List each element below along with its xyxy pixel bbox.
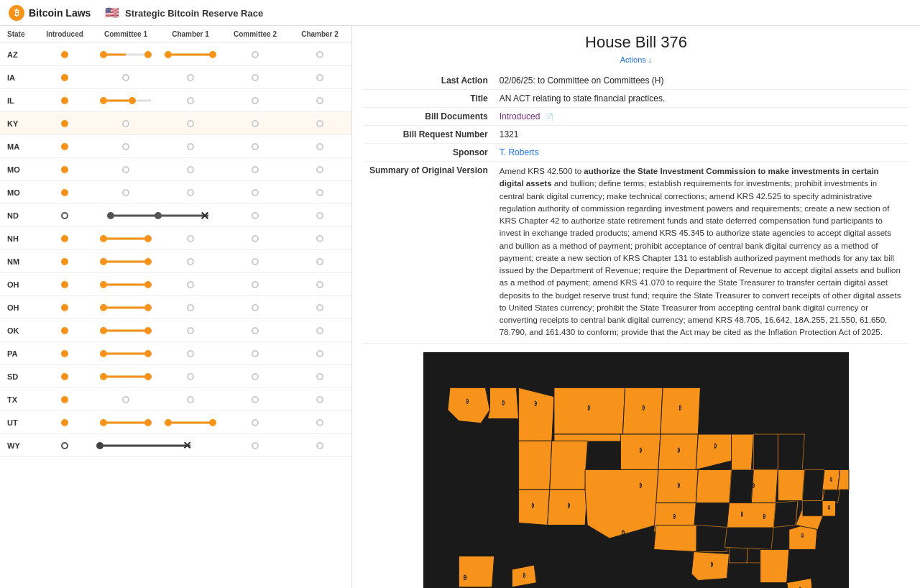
chamber1-cell [158, 74, 223, 81]
documents-cell: Introduced 📄 [494, 108, 908, 126]
table-row: WY ✕ ₿ [0, 434, 351, 457]
committee2-cell [223, 120, 288, 127]
col-state: State [0, 29, 36, 40]
state-label: WY [0, 441, 36, 450]
flag-icon: 🇺🇸 [105, 6, 119, 19]
chamber2-cell [288, 120, 352, 127]
svg-marker-24 [732, 434, 754, 469]
svg-text:₿: ₿ [829, 476, 832, 481]
summary-row: Summary of Original Version Amend KRS 42… [364, 162, 908, 344]
chamber2-cell [288, 51, 352, 58]
svg-marker-26 [730, 469, 754, 502]
svg-marker-29 [753, 434, 778, 469]
table-row: ND ✕ ₿ [0, 204, 351, 227]
right-panel: House Bill 376 Actions ↓ Last Action 02/… [352, 26, 920, 588]
table-row: MO ₿ [0, 181, 351, 204]
request-label: Bill Request Number [364, 126, 494, 144]
documents-row: Bill Documents Introduced 📄 [364, 108, 908, 126]
table-row: IA ₿ [0, 66, 351, 89]
chamber1-cell [158, 50, 223, 60]
table-row: OK ₿ [0, 319, 351, 342]
map-container: ₿ ₿ ₿ ₿ ₿ ₿ ₿ ₿ ₿ ₿ ₿ ₿ ₿ ₿ ₿ ₿ ₿ ₿ ₿ ₿ [364, 352, 908, 589]
table-row: NM ₿ [0, 250, 351, 273]
summary-cell: Amend KRS 42.500 to authorize the State … [494, 162, 908, 344]
table-row: UT ₿ [0, 411, 351, 434]
actions-link-container: Actions ↓ [364, 55, 908, 65]
title-label: Title [364, 90, 494, 108]
svg-marker-9 [550, 441, 587, 490]
svg-text:₿: ₿ [811, 508, 814, 513]
introduced-link[interactable]: Introduced [500, 111, 540, 121]
summary-text-after: and bullion; define terms; establish req… [500, 179, 901, 336]
introduced-cell [36, 97, 93, 104]
table-row: AZ [0, 43, 351, 66]
committee2-cell [223, 74, 288, 81]
table-row: SD ₿ [0, 365, 351, 388]
col-committee2: Committee 2 [223, 29, 288, 40]
svg-text:₿: ₿ [534, 400, 537, 406]
svg-marker-8 [519, 441, 552, 490]
col-committee1: Committee 1 [93, 29, 158, 40]
bitcoin-icon: ₿ [9, 5, 24, 21]
last-action-label: Last Action [364, 72, 494, 90]
svg-marker-39 [802, 469, 824, 500]
chamber1-cell [158, 120, 223, 127]
col-introduced: Introduced [36, 29, 93, 40]
state-label: OH [0, 280, 36, 289]
state-label: UT [0, 418, 36, 427]
app-logo: ₿ Bitcoin Laws [9, 5, 91, 21]
committee1-cell [93, 96, 158, 106]
table-row: NH ₿ [0, 227, 351, 250]
state-label: NH [0, 234, 36, 243]
svg-marker-31 [724, 527, 773, 549]
svg-marker-27 [751, 469, 778, 502]
state-label: OK [0, 326, 36, 335]
sponsor-row: Sponsor T. Roberts [364, 144, 908, 162]
introduced-cell [36, 51, 93, 58]
app-header: ₿ Bitcoin Laws 🇺🇸 Strategic Bitcoin Rese… [0, 0, 920, 26]
svg-marker-17 [656, 469, 699, 502]
state-label: OH [0, 303, 36, 312]
state-label: MA [0, 142, 36, 151]
col-chamber1: Chamber 1 [158, 29, 223, 40]
summary-text-before: Amend KRS 42.500 to [500, 167, 584, 175]
state-label: IL [0, 96, 36, 105]
svg-text:₿: ₿ [801, 533, 804, 538]
committee1-cell [93, 74, 158, 81]
svg-marker-45 [459, 556, 494, 587]
svg-marker-21 [691, 551, 729, 580]
chamber2-cell [288, 97, 352, 104]
committee2-cell [223, 51, 288, 58]
sponsor-label: Sponsor [364, 144, 494, 162]
sponsor-cell: T. Roberts [494, 144, 908, 162]
table-row: PA ₿ [0, 342, 351, 365]
table-row: IL ₿ [0, 89, 351, 112]
table-row: OH ₿ [0, 296, 351, 319]
header-title: 🇺🇸 Strategic Bitcoin Reserve Race [105, 6, 263, 19]
summary-label: Summary of Original Version [364, 162, 494, 344]
svg-marker-19 [654, 525, 699, 551]
col-chamber2: Chamber 2 [288, 29, 352, 40]
committee2-cell [223, 97, 288, 104]
table-row: OH ₿ [0, 273, 351, 296]
request-value: 1321 [494, 126, 908, 144]
state-label: PA [0, 349, 36, 358]
logo-text: Bitcoin Laws [29, 7, 91, 19]
actions-link[interactable]: Actions ↓ [620, 55, 653, 64]
column-headers: State Introduced Committee 1 Chamber 1 C… [0, 26, 351, 43]
table-row[interactable]: KY ₿ [0, 112, 351, 135]
state-label: KY [0, 119, 36, 128]
state-label: IA [0, 73, 36, 82]
sponsor-link[interactable]: T. Roberts [500, 147, 539, 157]
svg-marker-32 [773, 500, 798, 527]
svg-marker-10 [585, 441, 622, 469]
svg-text:₿: ₿ [740, 511, 743, 517]
introduced-cell [36, 74, 93, 81]
title-row: Title AN ACT relating to state financial… [364, 90, 908, 108]
introduced-cell [36, 120, 93, 127]
svg-marker-38 [778, 469, 804, 500]
us-map: ₿ ₿ ₿ ₿ ₿ ₿ ₿ ₿ ₿ ₿ ₿ ₿ ₿ ₿ ₿ ₿ ₿ ₿ ₿ ₿ [364, 352, 908, 589]
state-label: NM [0, 257, 36, 266]
bill-info-table: Last Action 02/06/25: to Committee on Co… [364, 72, 908, 344]
last-action-row: Last Action 02/06/25: to Committee on Co… [364, 72, 908, 90]
